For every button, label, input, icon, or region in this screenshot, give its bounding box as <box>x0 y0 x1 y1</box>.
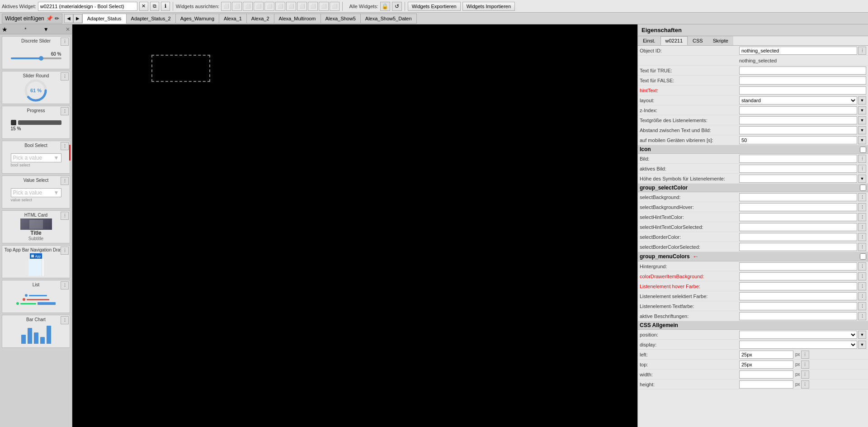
zindex-dropdown-btn[interactable]: ▼ <box>858 106 866 114</box>
select-bg-hover-btn[interactable]: ⋮ <box>858 203 866 211</box>
height-input[interactable] <box>739 380 793 389</box>
tab-alexa-show5[interactable]: Alexa_Show5 <box>321 14 360 24</box>
slider-round-options-btn[interactable]: ⋮ <box>61 72 69 81</box>
select-hint-text-btn[interactable]: ⋮ <box>858 213 866 221</box>
width-input[interactable] <box>739 370 793 379</box>
widget-progress[interactable]: Progress 15 % ⋮ <box>2 106 70 139</box>
aktives-bild-input[interactable] <box>739 165 857 173</box>
insert-widget-btn[interactable]: Widget einfügen 📌 ✏ <box>2 14 62 24</box>
tab-adapter-status-2[interactable]: Adapter_Status_2 <box>126 14 175 24</box>
tab-adapter-status[interactable]: Adapter_Status <box>82 14 126 24</box>
display-select[interactable] <box>739 341 857 349</box>
color-drawer-input[interactable] <box>739 272 857 280</box>
widget-list[interactable]: List ⋮ <box>2 280 70 313</box>
hintergrund-btn[interactable]: ⋮ <box>858 262 866 270</box>
import-btn[interactable]: Widgets Importieren <box>462 2 515 11</box>
select-hint-text-input[interactable] <box>739 213 857 221</box>
align-top-btn[interactable]: ⬜ <box>243 2 253 11</box>
align-left-btn[interactable]: ⬜ <box>221 2 231 11</box>
layout-select[interactable]: standard <box>739 96 857 104</box>
bar-chart-options-btn[interactable]: ⋮ <box>61 316 69 324</box>
symbol-height-dropdown-btn[interactable]: ▼ <box>858 175 866 183</box>
list-selected-input[interactable] <box>739 292 857 300</box>
canvas-area[interactable] <box>72 24 637 427</box>
group-select-color-checkbox[interactable] <box>860 185 866 191</box>
objectid-input[interactable] <box>739 47 857 55</box>
hintergrund-input[interactable] <box>739 262 857 270</box>
html-card-options-btn[interactable]: ⋮ <box>61 212 69 220</box>
widget-id-input[interactable] <box>38 2 137 11</box>
star-btn[interactable]: ★ <box>2 26 8 33</box>
bild-btn[interactable]: ⋮ <box>858 155 866 163</box>
select-border-selected-input[interactable] <box>739 243 857 251</box>
align-center-h-btn[interactable]: ⬜ <box>232 2 242 11</box>
tab-w02211[interactable]: w02211 <box>660 36 688 45</box>
tab-alexa-show5-daten[interactable]: Alexa_Show5_Daten <box>360 14 417 24</box>
value-select-options-btn[interactable]: ⋮ <box>61 177 69 185</box>
vibrate-input[interactable] <box>739 136 857 144</box>
align-bottom-btn[interactable]: ⬜ <box>264 2 274 11</box>
widget-discrete-slider[interactable]: Discrete Slider 60 % ⋮ <box>2 36 70 69</box>
aktive-beschr-btn[interactable]: ⋮ <box>858 312 866 320</box>
same-size-btn[interactable]: ⬜ <box>330 2 340 11</box>
select-border-selected-btn[interactable]: ⋮ <box>858 243 866 251</box>
color-drawer-btn[interactable]: ⋮ <box>858 272 866 280</box>
width-btn[interactable]: ⋮ <box>801 370 809 379</box>
zindex-input[interactable] <box>739 106 857 114</box>
top-input[interactable] <box>739 361 793 369</box>
text-false-input[interactable] <box>739 76 866 85</box>
select-hint-selected-btn[interactable]: ⋮ <box>858 223 866 231</box>
widget-value-select[interactable]: Value Select Pick a value ▼ value select… <box>2 176 70 209</box>
top-app-bar-options-btn[interactable]: ⋮ <box>61 247 69 255</box>
display-dropdown-btn[interactable]: ▼ <box>858 341 866 349</box>
info-widget-btn[interactable]: ℹ <box>161 2 170 11</box>
unlock-btn[interactable]: ↺ <box>392 2 402 11</box>
aktives-bild-btn[interactable]: ⋮ <box>858 165 866 173</box>
widget-bool-select[interactable]: Bool Select Pick a value ▼ bool select ⋮ <box>2 141 70 174</box>
left-input[interactable] <box>739 351 793 359</box>
hinttext-input[interactable] <box>739 86 866 95</box>
aktive-beschr-input[interactable] <box>739 312 857 320</box>
group-menu-colors-checkbox[interactable] <box>860 253 866 260</box>
textsize-dropdown-btn[interactable]: ▼ <box>858 116 866 124</box>
bool-select-options-btn[interactable]: ⋮ <box>61 142 69 150</box>
tab-alexa-multiroom[interactable]: Alexa_Multiroom <box>274 14 321 24</box>
icon-group-checkbox[interactable] <box>860 147 866 153</box>
position-dropdown-btn[interactable]: ▼ <box>858 331 866 339</box>
bild-input[interactable] <box>739 155 857 163</box>
text-true-input[interactable] <box>739 66 866 75</box>
tab-skripte[interactable]: Skripte <box>708 36 733 45</box>
list-selected-btn[interactable]: ⋮ <box>858 292 866 300</box>
nav-next-btn[interactable]: ▶ <box>73 14 82 23</box>
tab-alexa-2[interactable]: Alexa_2 <box>246 14 274 24</box>
widget-slider-round[interactable]: Slider Round 61 % ⋮ <box>2 71 70 104</box>
select-hint-selected-input[interactable] <box>739 223 857 231</box>
align-middle-v-btn[interactable]: ⬜ <box>254 2 264 11</box>
copy-widget-btn[interactable]: ⧉ <box>150 2 159 11</box>
objectid-btn[interactable]: ⋮ <box>858 47 866 55</box>
distribute-h-btn[interactable]: ⬜ <box>286 2 296 11</box>
textsize-input[interactable] <box>739 116 857 124</box>
list-hover-input[interactable] <box>739 282 857 290</box>
spacing-dropdown-btn[interactable]: ▼ <box>858 126 866 134</box>
vibrate-dropdown-btn[interactable]: ▼ <box>858 136 866 144</box>
spacing-input[interactable] <box>739 126 857 134</box>
distribute-v-btn[interactable]: ⬜ <box>297 2 307 11</box>
select-bg-input[interactable] <box>739 193 857 201</box>
tab-alexa-1[interactable]: Alexa_1 <box>219 14 246 24</box>
list-text-btn[interactable]: ⋮ <box>858 302 866 310</box>
select-bg-btn[interactable]: ⋮ <box>858 193 866 201</box>
list-text-input[interactable] <box>739 302 857 310</box>
layout-dropdown-btn[interactable]: ▼ <box>858 96 866 104</box>
progress-options-btn[interactable]: ⋮ <box>61 107 69 115</box>
close-left-panel-btn[interactable]: ✕ <box>66 26 70 33</box>
widget-top-app-bar[interactable]: Top App Bar Navigation Drawer App <box>2 245 70 278</box>
widget-bar-chart[interactable]: Bar Chart ⋮ <box>2 315 70 348</box>
select-bg-hover-input[interactable] <box>739 203 857 211</box>
position-select[interactable] <box>739 331 857 339</box>
align-right-btn[interactable]: ⬜ <box>275 2 285 11</box>
symbol-height-input[interactable] <box>739 175 857 183</box>
height-btn[interactable]: ⋮ <box>801 380 809 389</box>
export-btn[interactable]: Widgets Exportieren <box>408 2 461 11</box>
select-border-input[interactable] <box>739 233 857 241</box>
